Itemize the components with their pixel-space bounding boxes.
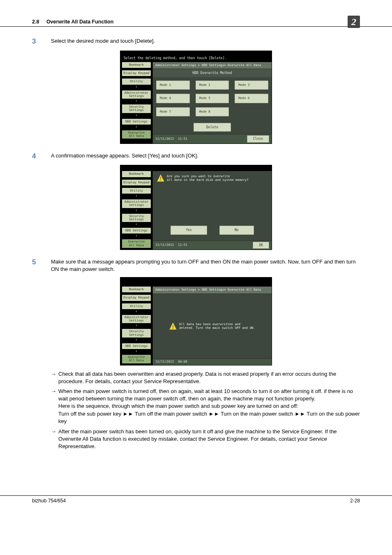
bullet-text: When the main power switch is turned off… [58,388,360,425]
triangle-icon: ►► [209,410,219,418]
side-overwrite-all[interactable]: Overwrite All Data [122,239,151,248]
status-date: 12/11/2012 [155,137,174,141]
step-number: 4 [32,151,51,161]
status-time: 00:00 [178,360,187,364]
down-arrow-icon: ↓ [122,350,151,352]
side-utility[interactable]: Utility [122,79,151,84]
bullet-3: → After the main power switch has been t… [51,428,360,451]
side-security-settings[interactable]: Security Settings [122,329,151,338]
side-security-settings[interactable]: Security Settings [122,214,151,222]
side-nav: Bookmark Display Keypad Utility ↓ Admini… [120,287,152,365]
seq-step-3: Turn on the main power switch [219,411,295,417]
step-3: 3 Select the desired mode and touch [Del… [32,37,360,46]
status-time: 11:51 [178,137,187,141]
bullet-list: → Check that all data has been overwritt… [51,370,360,450]
down-arrow-icon: ↓ [122,209,151,211]
step-text: Select the desired mode and touch [Delet… [51,37,360,46]
arrow-icon: → [51,370,58,385]
warning-row: ! Are you sure you want to overwrite all… [157,174,267,182]
bullet-2-line1: When the main power switch is turned off… [58,388,353,402]
page-footer: bizhub 754/654 2-28 [0,495,392,504]
mode-7-button[interactable]: Mode 7 [156,107,190,117]
side-overwrite-all[interactable]: Overwrite All Data [122,355,151,363]
down-arrow-icon: ↓ [122,125,151,128]
status-bar: 12/11/2012 11:51 Close [153,134,272,143]
down-arrow-icon: ↓ [122,194,151,197]
down-arrow-icon: ↓ [122,234,151,237]
step-number: 3 [32,37,51,46]
side-hdd-settings[interactable]: HDD Settings [122,119,151,125]
step-text: A confirmation message appears. Select [… [51,151,360,161]
close-button[interactable]: Close [247,135,269,142]
side-admin-settings[interactable]: Administrator Settings [122,199,151,208]
ok-button[interactable]: OK [253,242,269,249]
seq-step-1: Turn off the sub power key [58,411,123,417]
side-bookmark[interactable]: Bookmark [122,287,151,292]
side-hdd-settings[interactable]: HDD Settings [122,228,151,234]
bullet-text: After the main power switch has been tur… [58,428,360,451]
mode-grid: Mode 1 Mode 2 Mode 3 Mode 4 Mode 5 Mode … [153,77,272,134]
side-admin-settings[interactable]: Administrator Settings [122,315,151,324]
screenshot-1-wrap: Select the deleting method, and then tou… [32,51,360,144]
side-bookmark[interactable]: Bookmark [122,171,151,177]
status-date: 12/11/2012 [155,243,174,247]
mode-6-button[interactable]: Mode 6 [235,94,268,103]
side-keypad[interactable]: Display Keypad [122,70,151,76]
screenshot-confirm: Bookmark Display Keypad Utility ↓ Admini… [120,165,272,250]
status-time: 11:51 [178,243,187,247]
breadcrumb: Administrator Settings > HDD Settings> O… [153,62,272,69]
side-nav: Bookmark Display Keypad Utility ↓ Admini… [120,62,152,143]
bullet-2-line2: Here is the sequence, through which the … [58,403,298,409]
side-security-settings[interactable]: Security Settings [122,104,151,113]
warning-icon: ! [157,174,164,182]
side-admin-settings[interactable]: Administrator Settings [122,90,151,99]
mode-8-button[interactable]: Mode 8 [196,107,229,117]
chapter-badge: 2 [348,16,360,28]
side-utility[interactable]: Utility [122,188,151,194]
step-number: 5 [32,257,51,273]
arrow-icon: → [51,388,58,425]
side-keypad[interactable]: Display Keypad [122,295,151,301]
mode-3-button[interactable]: Mode 3 [235,81,268,90]
no-button[interactable]: No [219,226,254,234]
delete-button[interactable]: Delete [194,123,231,132]
side-bookmark[interactable]: Bookmark [122,62,151,68]
down-arrow-icon: ↓ [122,324,151,326]
side-keypad[interactable]: Display Keypad [122,180,151,185]
screenshot-done: Bookmark Display Keypad Utility ↓ Admini… [120,277,272,365]
mode-2-button[interactable]: Mode 2 [196,81,229,90]
triangle-icon: ►► [295,410,305,418]
down-arrow-icon: ↓ [122,310,151,312]
down-arrow-icon: ↓ [122,223,151,225]
mode-1-button[interactable]: Mode 1 [156,81,190,90]
side-hdd-settings[interactable]: HDD Settings [122,343,151,349]
bullet-2: → When the main power switch is turned o… [51,388,360,425]
screenshot-3-wrap: Bookmark Display Keypad Utility ↓ Admini… [32,277,360,365]
mode-5-button[interactable]: Mode 5 [196,94,229,103]
section-number: 2.8 [32,19,39,25]
mode-4-button[interactable]: Mode 4 [156,94,190,103]
done-row: ! All data has been overwritten and dele… [169,322,255,330]
side-nav: Bookmark Display Keypad Utility ↓ Admini… [120,171,152,250]
side-overwrite-all[interactable]: Overwrite All Data [122,130,151,139]
page-header: 2.8 Overwrite All Data Function 2 [0,13,392,27]
seq-step-2: Turn off the main power switch [134,411,209,417]
down-arrow-icon: ↓ [122,86,151,88]
down-arrow-icon: ↓ [122,99,151,102]
side-utility[interactable]: Utility [122,303,151,309]
footer-model: bizhub 754/654 [32,497,66,504]
done-message: All data has been overwritten and delete… [179,322,255,330]
step-5: 5 Make sure that a message appears promp… [32,257,360,273]
step-4: 4 A confirmation message appears. Select… [32,151,360,161]
status-bar: 12/11/2012 11:51 OK [153,240,272,250]
triangle-icon: ►► [123,410,134,418]
screenshot-2-wrap: Bookmark Display Keypad Utility ↓ Admini… [32,165,360,250]
arrow-icon: → [51,428,58,451]
tab-hdd-overwrite[interactable]: HDD Overwrite Method [153,69,272,77]
status-date: 12/11/2012 [155,360,174,364]
status-bar: 12/11/2012 00:00 [153,358,272,365]
instruction-text: Select the deleting method, and then tou… [120,55,272,62]
yes-button[interactable]: Yes [171,226,207,234]
section-title: Overwrite All Data Function [46,19,113,25]
warning-text: Are you sure you want to overwrite all d… [167,174,249,182]
